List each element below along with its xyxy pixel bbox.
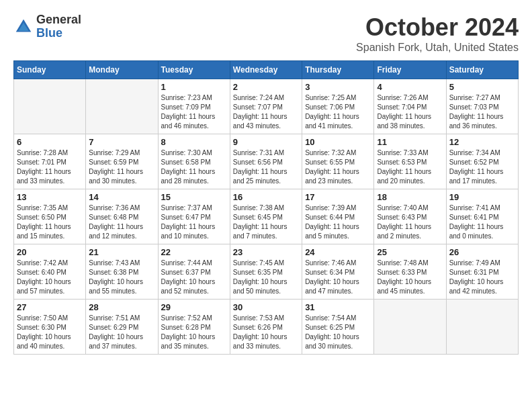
day-number: 26 (449, 247, 515, 257)
day-number: 27 (17, 302, 83, 312)
day-info: Sunrise: 7:39 AM Sunset: 6:44 PM Dayligh… (305, 203, 371, 241)
day-number: 9 (233, 137, 299, 147)
calendar-cell: 15Sunrise: 7:37 AM Sunset: 6:47 PM Dayli… (158, 189, 230, 244)
calendar-cell: 29Sunrise: 7:52 AM Sunset: 6:28 PM Dayli… (158, 300, 230, 355)
calendar-cell (446, 300, 518, 355)
day-info: Sunrise: 7:31 AM Sunset: 6:56 PM Dayligh… (233, 148, 299, 186)
calendar-cell: 14Sunrise: 7:36 AM Sunset: 6:48 PM Dayli… (86, 189, 158, 244)
calendar-cell: 19Sunrise: 7:41 AM Sunset: 6:41 PM Dayli… (446, 189, 518, 244)
day-info: Sunrise: 7:45 AM Sunset: 6:35 PM Dayligh… (233, 259, 299, 296)
calendar-cell: 16Sunrise: 7:38 AM Sunset: 6:45 PM Dayli… (230, 189, 302, 244)
day-info: Sunrise: 7:44 AM Sunset: 6:37 PM Dayligh… (161, 259, 227, 296)
calendar-week-row: 13Sunrise: 7:35 AM Sunset: 6:50 PM Dayli… (14, 189, 519, 244)
day-info: Sunrise: 7:29 AM Sunset: 6:59 PM Dayligh… (89, 148, 154, 186)
day-number: 15 (161, 192, 227, 202)
day-info: Sunrise: 7:43 AM Sunset: 6:38 PM Dayligh… (89, 259, 154, 296)
day-number: 4 (377, 82, 443, 92)
calendar-cell: 13Sunrise: 7:35 AM Sunset: 6:50 PM Dayli… (14, 189, 86, 244)
calendar-cell: 21Sunrise: 7:43 AM Sunset: 6:38 PM Dayli… (86, 244, 158, 300)
day-number: 25 (377, 247, 443, 257)
calendar-cell: 17Sunrise: 7:39 AM Sunset: 6:44 PM Dayli… (302, 189, 374, 244)
calendar-cell: 27Sunrise: 7:50 AM Sunset: 6:30 PM Dayli… (14, 300, 86, 355)
day-info: Sunrise: 7:25 AM Sunset: 7:06 PM Dayligh… (305, 93, 371, 131)
day-number: 29 (161, 302, 227, 312)
calendar-cell: 9Sunrise: 7:31 AM Sunset: 6:56 PM Daylig… (230, 134, 302, 189)
day-info: Sunrise: 7:53 AM Sunset: 6:26 PM Dayligh… (233, 314, 299, 351)
logo-icon (13, 17, 34, 37)
month-title: October 2024 (356, 13, 519, 42)
calendar-week-row: 20Sunrise: 7:42 AM Sunset: 6:40 PM Dayli… (14, 244, 519, 300)
day-info: Sunrise: 7:42 AM Sunset: 6:40 PM Dayligh… (17, 259, 83, 296)
calendar-table: SundayMondayTuesdayWednesdayThursdayFrid… (13, 60, 519, 355)
day-number: 31 (305, 302, 371, 312)
weekday-header: Monday (86, 61, 158, 79)
day-info: Sunrise: 7:54 AM Sunset: 6:25 PM Dayligh… (305, 314, 371, 351)
day-number: 24 (305, 247, 371, 257)
day-number: 18 (377, 192, 443, 202)
day-number: 14 (89, 192, 154, 202)
calendar-cell (86, 79, 158, 134)
day-number: 19 (449, 192, 515, 202)
day-number: 21 (89, 247, 154, 257)
calendar-cell: 1Sunrise: 7:23 AM Sunset: 7:09 PM Daylig… (158, 79, 230, 134)
calendar-cell: 18Sunrise: 7:40 AM Sunset: 6:43 PM Dayli… (374, 189, 446, 244)
day-info: Sunrise: 7:36 AM Sunset: 6:48 PM Dayligh… (89, 203, 154, 241)
day-number: 7 (89, 137, 154, 147)
day-number: 3 (305, 82, 371, 92)
day-number: 16 (233, 192, 299, 202)
day-info: Sunrise: 7:23 AM Sunset: 7:09 PM Dayligh… (161, 93, 227, 131)
calendar-cell: 25Sunrise: 7:48 AM Sunset: 6:33 PM Dayli… (374, 244, 446, 300)
day-number: 13 (17, 192, 83, 202)
day-info: Sunrise: 7:30 AM Sunset: 6:58 PM Dayligh… (161, 148, 227, 186)
calendar-cell: 23Sunrise: 7:45 AM Sunset: 6:35 PM Dayli… (230, 244, 302, 300)
weekday-header-row: SundayMondayTuesdayWednesdayThursdayFrid… (14, 61, 519, 79)
calendar-cell: 12Sunrise: 7:34 AM Sunset: 6:52 PM Dayli… (446, 134, 518, 189)
weekday-header: Sunday (14, 61, 86, 79)
calendar-cell: 31Sunrise: 7:54 AM Sunset: 6:25 PM Dayli… (302, 300, 374, 355)
day-info: Sunrise: 7:46 AM Sunset: 6:34 PM Dayligh… (305, 259, 371, 296)
day-number: 28 (89, 302, 154, 312)
calendar-cell: 10Sunrise: 7:32 AM Sunset: 6:55 PM Dayli… (302, 134, 374, 189)
day-info: Sunrise: 7:35 AM Sunset: 6:50 PM Dayligh… (17, 203, 83, 241)
weekday-header: Thursday (302, 61, 374, 79)
day-number: 6 (17, 137, 83, 147)
calendar-cell: 24Sunrise: 7:46 AM Sunset: 6:34 PM Dayli… (302, 244, 374, 300)
day-info: Sunrise: 7:49 AM Sunset: 6:31 PM Dayligh… (449, 259, 515, 296)
day-info: Sunrise: 7:51 AM Sunset: 6:29 PM Dayligh… (89, 314, 154, 351)
calendar-week-row: 1Sunrise: 7:23 AM Sunset: 7:09 PM Daylig… (14, 79, 519, 134)
weekday-header: Saturday (446, 61, 518, 79)
day-number: 22 (161, 247, 227, 257)
logo: General Blue (13, 13, 81, 40)
day-info: Sunrise: 7:28 AM Sunset: 7:01 PM Dayligh… (17, 148, 83, 186)
day-info: Sunrise: 7:24 AM Sunset: 7:07 PM Dayligh… (233, 93, 299, 131)
day-number: 17 (305, 192, 371, 202)
calendar-cell (14, 79, 86, 134)
title-section: October 2024 Spanish Fork, Utah, United … (356, 13, 519, 54)
day-info: Sunrise: 7:27 AM Sunset: 7:03 PM Dayligh… (449, 93, 515, 131)
page-header: General Blue October 2024 Spanish Fork, … (13, 13, 519, 54)
day-info: Sunrise: 7:40 AM Sunset: 6:43 PM Dayligh… (377, 203, 443, 241)
day-number: 30 (233, 302, 299, 312)
calendar-cell: 11Sunrise: 7:33 AM Sunset: 6:53 PM Dayli… (374, 134, 446, 189)
day-number: 1 (161, 82, 227, 92)
location-title: Spanish Fork, Utah, United States (356, 42, 519, 54)
calendar-cell: 8Sunrise: 7:30 AM Sunset: 6:58 PM Daylig… (158, 134, 230, 189)
day-number: 2 (233, 82, 299, 92)
calendar-week-row: 27Sunrise: 7:50 AM Sunset: 6:30 PM Dayli… (14, 300, 519, 355)
calendar-cell: 20Sunrise: 7:42 AM Sunset: 6:40 PM Dayli… (14, 244, 86, 300)
day-info: Sunrise: 7:52 AM Sunset: 6:28 PM Dayligh… (161, 314, 227, 351)
calendar-cell (374, 300, 446, 355)
day-number: 12 (449, 137, 515, 147)
day-info: Sunrise: 7:50 AM Sunset: 6:30 PM Dayligh… (17, 314, 83, 351)
day-info: Sunrise: 7:34 AM Sunset: 6:52 PM Dayligh… (449, 148, 515, 186)
weekday-header: Wednesday (230, 61, 302, 79)
calendar-week-row: 6Sunrise: 7:28 AM Sunset: 7:01 PM Daylig… (14, 134, 519, 189)
calendar-cell: 2Sunrise: 7:24 AM Sunset: 7:07 PM Daylig… (230, 79, 302, 134)
day-info: Sunrise: 7:26 AM Sunset: 7:04 PM Dayligh… (377, 93, 443, 131)
calendar-cell: 3Sunrise: 7:25 AM Sunset: 7:06 PM Daylig… (302, 79, 374, 134)
day-number: 11 (377, 137, 443, 147)
logo-general-text: General (36, 13, 81, 27)
calendar-cell: 26Sunrise: 7:49 AM Sunset: 6:31 PM Dayli… (446, 244, 518, 300)
day-number: 8 (161, 137, 227, 147)
day-info: Sunrise: 7:48 AM Sunset: 6:33 PM Dayligh… (377, 259, 443, 296)
